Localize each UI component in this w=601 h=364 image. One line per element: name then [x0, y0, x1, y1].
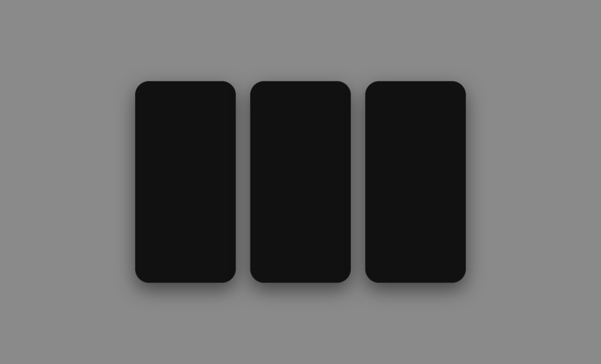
menu-items-list: Votre visite Agenda Le centre d'art — [284, 109, 341, 145]
filter-pills: RENDEZ-VOUS ATELIERS EN FAMILLE — [373, 124, 458, 129]
menu-close-button[interactable]: × — [338, 93, 342, 101]
phone2-behind-tags: TOU — [258, 123, 270, 129]
phone2-behind-title: AG — [258, 106, 276, 121]
menu-hours: Ouvert aujourd'hui 14h – 18h30 — [284, 254, 311, 262]
phone1-expo-label: Exposition — [143, 126, 228, 129]
art-big-text-1: L'été à — [141, 202, 230, 216]
menu-item-agenda[interactable]: Agenda — [284, 122, 341, 132]
menu-hours-label: Ouvert aujourd'hui — [284, 254, 311, 258]
hda-tagline-1: HÔTEL DES ARTS TPM — [160, 93, 171, 102]
hamburger-line-2 — [223, 98, 228, 98]
menu-hours-time: 14h – 18h30 — [284, 259, 311, 262]
language-selector-1[interactable]: EN — [215, 96, 219, 100]
phone3-header-right: EN — [445, 96, 458, 100]
filter-rendezvous[interactable]: RENDEZ-VOUS — [373, 124, 397, 129]
hda-logo-1: HDA HÔTEL DES ARTS TPM — [143, 93, 171, 102]
phone1-content: L'été à Toulon Collection Villa Noailles… — [138, 106, 233, 133]
event-title: Concert de Leloil et Sudhibhasilp — [373, 193, 458, 198]
agenda-title: AGENDA — [373, 109, 458, 121]
hamburger-menu-3[interactable] — [453, 96, 458, 100]
phone-screen-3: HDA HÔTEL DES ARTS TPM EN AGENDA — [368, 88, 463, 276]
event-date: MERCREDI 23 OCTOBRE - 10H30 À 12H00 — [373, 206, 458, 209]
hamburger-line-3 — [223, 99, 228, 100]
phone1-subtitle: Collection Villa Noailles — [143, 120, 228, 123]
hda-letters-1: HDA — [143, 94, 158, 102]
phone-1: HDA HÔTEL DES ARTS TPM EN L'été à Toulon… — [135, 81, 236, 283]
hamburger-line-1 — [223, 96, 228, 97]
hda-logo-3: HDA HÔTEL DES ARTS TPM — [373, 93, 401, 102]
phone1-header-right: EN — [215, 96, 228, 100]
phone2-logo-partial: H — [258, 93, 263, 102]
art-overlay-text: L'été à Toulon — [141, 202, 230, 229]
event-image — [373, 133, 458, 190]
hamburger-line-3 — [453, 99, 458, 100]
event-category: En famille — [373, 202, 458, 205]
language-selector-3[interactable]: EN — [445, 96, 449, 100]
event-divider — [373, 200, 379, 200]
phone1-main-title: L'été à Toulon — [143, 110, 228, 118]
art-blob-1 — [145, 147, 173, 175]
menu-item-centre[interactable]: Le centre d'art — [284, 135, 341, 145]
hda-tagline-3: HÔTEL DES ARTS TPM — [390, 93, 401, 102]
trumpet-player-image — [373, 133, 458, 190]
filter-ateliers[interactable]: ATELIERS — [399, 124, 417, 129]
phone-2: H AG TOU × Votre visite Agenda Le centre… — [250, 81, 351, 283]
trumpet-highlight — [430, 138, 451, 159]
phone-screen-2: H AG TOU × Votre visite Agenda Le centre… — [253, 88, 348, 276]
phone1-artwork: arts décoratifs · design · dessin · pein… — [138, 133, 233, 236]
phone1-date: DU 6 JUIL. - 7 SEPT. 2020 — [143, 130, 228, 133]
phone1-header: HDA HÔTEL DES ARTS TPM EN — [138, 88, 233, 106]
art-curved-text: arts décoratifs · design · dessin · pein… — [141, 135, 230, 137]
hda-letters-3: HDA — [373, 94, 388, 102]
hamburger-menu-1[interactable] — [223, 96, 228, 100]
phone3-content: AGENDA RENDEZ-VOUS ATELIERS EN FAMILLE C… — [368, 106, 463, 209]
phone-screen-1: HDA HÔTEL DES ARTS TPM EN L'été à Toulon… — [138, 88, 233, 276]
phone-3: HDA HÔTEL DES ARTS TPM EN AGENDA — [365, 81, 466, 283]
navigation-menu-overlay: × Votre visite Agenda Le centre d'art Ou… — [277, 88, 348, 276]
filter-enfamille[interactable]: EN FAMILLE — [419, 124, 440, 129]
art-circle — [209, 135, 228, 154]
art-background: arts décoratifs · design · dessin · pein… — [138, 133, 233, 236]
art-blob-2 — [200, 156, 223, 180]
phone2-behind-tag: TOU — [258, 123, 270, 129]
hamburger-line-1 — [453, 96, 458, 97]
menu-item-visite[interactable]: Votre visite — [284, 109, 341, 119]
hamburger-line-2 — [453, 98, 458, 98]
art-big-text-2: Toulon — [141, 216, 230, 229]
phone3-header: HDA HÔTEL DES ARTS TPM EN — [368, 88, 463, 106]
